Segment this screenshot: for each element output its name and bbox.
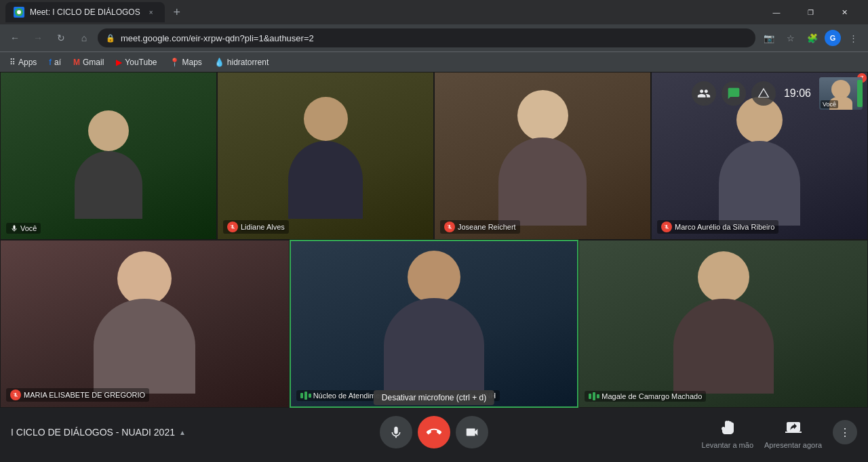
meet-bottom-bar: I CICLO DE DIÁLOGOS - NUADI 2021 ▲: [0, 408, 868, 457]
toolbar-icons: 📷 ☆ 🧩 G ⋮: [760, 28, 863, 47]
mic-button[interactable]: [380, 416, 412, 448]
right-controls: Levantar a mão Apresentar agora ⋮: [702, 415, 857, 449]
video-cell-lidiane: Lidiane Alves: [217, 72, 434, 240]
home-button[interactable]: ⌂: [75, 28, 94, 47]
bookmarks-bar: ⠿ Apps f aí M Gmail ▶ YouTube 📍 Maps 💧 h…: [0, 51, 868, 72]
gmail-icon: M: [73, 58, 80, 67]
tooltip-overlay: Desativar microfone (ctrl + d): [374, 390, 494, 405]
raise-hand-icon: [715, 415, 740, 440]
new-tab-button[interactable]: +: [167, 3, 186, 22]
tab-favicon: [14, 7, 24, 18]
hidratorrent-icon: 💧: [214, 58, 224, 67]
apps-icon: ⠿: [9, 58, 16, 67]
tab-close-btn[interactable]: ×: [146, 7, 157, 18]
bookmark-apps[interactable]: ⠿ Apps: [5, 56, 41, 68]
extensions-icon[interactable]: 🧩: [803, 28, 822, 47]
url-text: meet.google.com/eir-xrpw-qdn?pli=1&authu…: [121, 33, 747, 43]
raise-hand-label: Levantar a mão: [702, 441, 753, 449]
video-cell-nucleo: Desativar microfone (ctrl + d) Núcleo de…: [290, 240, 579, 408]
video-label-lidiane: Lidiane Alves: [223, 220, 289, 234]
mic-off-icon-joseane: [444, 222, 455, 232]
meet-container: 7 19:06 Você: [0, 72, 868, 462]
present-control[interactable]: Apresentar agora: [764, 415, 822, 449]
close-button[interactable]: ✕: [829, 0, 860, 24]
meeting-chevron-icon: ▲: [179, 429, 186, 436]
video-grid-bottom: MARIA ELISABETE DE GREGORIO Desativar mi…: [0, 240, 868, 408]
present-icon: [781, 415, 806, 440]
mic-off-icon-lidiane: [227, 222, 238, 232]
facebook-icon: f: [49, 57, 52, 67]
self-video-label: Você: [821, 100, 838, 108]
video-label-joseane: Joseane Reichert: [440, 220, 520, 234]
url-bar[interactable]: 🔒 meet.google.com/eir-xrpw-qdn?pli=1&aut…: [98, 28, 755, 47]
menu-icon[interactable]: ⋮: [844, 28, 863, 47]
video-label-voce: Você: [6, 223, 41, 234]
raise-hand-control[interactable]: Levantar a mão: [702, 415, 753, 449]
meeting-title: I CICLO DE DIÁLOGOS - NUADI 2021 ▲: [11, 427, 186, 438]
mic-off-icon-maria: [10, 390, 21, 400]
minimize-button[interactable]: —: [761, 0, 792, 24]
present-label: Apresentar agora: [764, 441, 822, 449]
bookmark-facebook[interactable]: f aí: [45, 56, 65, 68]
cast-icon[interactable]: 📷: [760, 28, 778, 47]
bookmark-hidratorrent[interactable]: 💧 hidratorrent: [210, 56, 273, 68]
bookmark-youtube[interactable]: ▶ YouTube: [112, 56, 161, 68]
bottom-controls: [380, 416, 488, 448]
video-cell-magale: Magale de Camargo Machado: [578, 240, 868, 408]
camera-button[interactable]: [456, 416, 488, 448]
chat-icon-btn[interactable]: [722, 81, 746, 106]
lock-icon: 🔒: [106, 34, 115, 43]
browser-window: Meet: I CICLO DE DIÁLOGOS × + — ❐ ✕ ← → …: [0, 0, 868, 72]
maps-icon: 📍: [170, 58, 180, 67]
bookmark-maps[interactable]: 📍 Maps: [165, 56, 206, 68]
video-cell-voce: Você: [0, 72, 217, 240]
speaking-indicator: [857, 80, 863, 107]
profile-icon[interactable]: G: [825, 30, 841, 46]
bookmark-icon[interactable]: ☆: [781, 28, 800, 47]
tab-bar: Meet: I CICLO DE DIÁLOGOS × + — ❐ ✕: [0, 0, 868, 24]
bookmark-gmail[interactable]: M Gmail: [69, 56, 108, 68]
window-controls: — ❐ ✕: [761, 0, 863, 24]
youtube-icon: ▶: [116, 58, 122, 67]
video-cell-joseane: Joseane Reichert: [434, 72, 651, 240]
video-cell-maria: MARIA ELISABETE DE GREGORIO: [0, 240, 290, 408]
tab-title: Meet: I CICLO DE DIÁLOGOS: [30, 7, 140, 17]
video-label-magale: Magale de Camargo Machado: [585, 391, 706, 402]
tooltip-text: Desativar microfone (ctrl + d): [374, 390, 494, 405]
active-tab[interactable]: Meet: I CICLO DE DIÁLOGOS ×: [5, 2, 165, 22]
more-options-button[interactable]: ⋮: [833, 420, 857, 444]
video-label-marco: Marco Aurélio da Silva Ribeiro: [657, 220, 778, 234]
video-label-maria: MARIA ELISABETE DE GREGORIO: [6, 388, 149, 402]
restore-button[interactable]: ❐: [795, 0, 826, 24]
end-call-button[interactable]: [418, 416, 450, 448]
self-video: Você: [819, 77, 863, 110]
activities-icon-btn[interactable]: [751, 81, 776, 106]
address-bar: ← → ↻ ⌂ 🔒 meet.google.com/eir-xrpw-qdn?p…: [0, 24, 868, 51]
forward-button[interactable]: →: [28, 28, 47, 47]
meet-top-bar: 7 19:06 Você: [686, 72, 868, 115]
refresh-button[interactable]: ↻: [52, 28, 71, 47]
mic-off-icon-marco: [661, 222, 672, 232]
back-button[interactable]: ←: [5, 28, 24, 47]
meet-clock: 19:06: [781, 87, 814, 100]
participants-icon-btn[interactable]: 7: [692, 81, 716, 106]
